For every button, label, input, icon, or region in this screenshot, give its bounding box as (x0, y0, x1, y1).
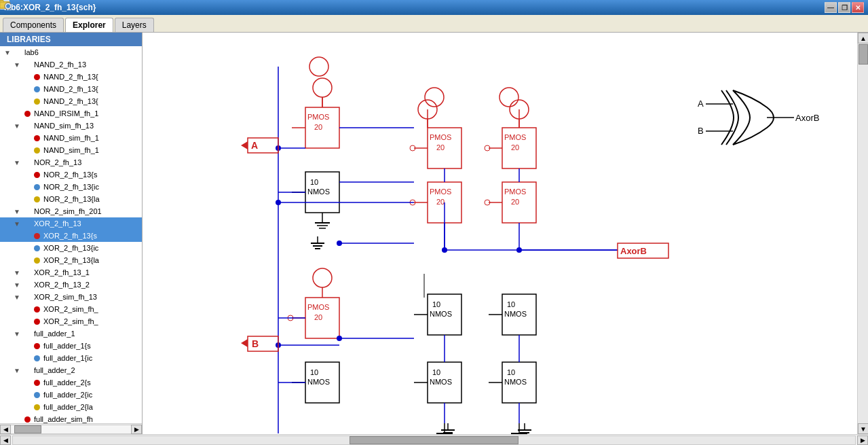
tree-label-nand_irsim: NAND_IRSIM_fh_1 (34, 109, 98, 118)
dot-blue-icon (34, 245, 40, 251)
tab-layers[interactable]: Layers (115, 18, 154, 32)
dot-yellow-icon (34, 196, 40, 202)
tree-item-nor2_fh13[interactable]: ▼ NOR_2_fh_13 (0, 156, 142, 168)
minimize-button[interactable]: — (825, 2, 837, 13)
svg-text:A: A (251, 140, 258, 151)
tree-label-xor2_fh13_la: XOR_2_fh_13{la (43, 256, 99, 264)
tree-icon-lab6 (12, 47, 23, 58)
tree-item-xor2_fh13_sch[interactable]: XOR_2_fh_13{s (0, 230, 142, 242)
dot-red-icon (34, 380, 40, 386)
tree-item-full_adder_sim[interactable]: full_adder_sim_fh (0, 413, 142, 423)
tree-item-nand_sim_2[interactable]: NAND_sim_fh_1 (0, 144, 142, 156)
tree-label-nor2_fh13: NOR_2_fh_13 (34, 158, 81, 166)
bottom-bar[interactable]: ◀ ▶ (0, 434, 868, 445)
tree-item-xor2_sim_2[interactable]: XOR_2_sim_fh_ (0, 315, 142, 327)
dot-blue-icon (34, 86, 40, 92)
tree-label-full_adder_2la: full_adder_2{la (43, 403, 93, 411)
tree-item-xor2_sim[interactable]: ▼ XOR_2_sim_fh_13 (0, 291, 142, 303)
tree-icon-xor2_fh13_sch (31, 230, 42, 241)
close-button[interactable]: ✕ (852, 2, 864, 13)
scroll-thumb[interactable] (858, 44, 868, 65)
tab-explorer[interactable]: Explorer (65, 18, 113, 32)
svg-text:PMOS: PMOS (307, 303, 329, 311)
svg-text:B: B (252, 338, 259, 349)
sidebar-header: LIBRARIES (0, 33, 142, 46)
tree-item-full_adder_1s[interactable]: full_adder_1{s (0, 340, 142, 352)
tree-item-nor2_fh13_3[interactable]: NOR_2_fh_13{la (0, 193, 142, 205)
tree-item-nand_irsim[interactable]: NAND_IRSIM_fh_1 (0, 107, 142, 120)
tree-icon-xor2_sim (22, 291, 33, 302)
tree-label-nand2_fh13_1: NAND_2_fh_13{ (43, 73, 98, 81)
scroll-up-button[interactable]: ▲ (858, 33, 868, 43)
svg-text:PMOS: PMOS (430, 133, 451, 141)
tree-icon-nand_sim_1 (31, 132, 42, 143)
right-scrollbar[interactable]: ▲ ▼ (857, 33, 868, 434)
tree-label-full_adder_1ic: full_adder_1{ic (43, 354, 92, 362)
bottom-scroll-thumb[interactable] (350, 436, 518, 444)
restore-button[interactable]: ❐ (838, 2, 850, 13)
svg-text:AxorB: AxorB (620, 246, 647, 256)
tree-label-nor2_fh13_1: NOR_2_fh_13{s (43, 171, 98, 179)
libraries-label: LIBRARIES (7, 35, 51, 44)
svg-rect-40 (143, 33, 854, 434)
tree-item-nand_sim[interactable]: ▼ NAND_sim_fh_13 (0, 120, 142, 132)
tree-icon-nor2_fh13_1 (31, 169, 42, 180)
tree-item-xor2_sim_1[interactable]: XOR_2_sim_fh_ (0, 303, 142, 315)
tree-item-full_adder_1[interactable]: ▼ full_adder_1 (0, 327, 142, 340)
tree-icon-xor2_fh13 (22, 218, 33, 229)
tree-item-full_adder_2la[interactable]: full_adder_2{la (0, 401, 142, 413)
bottom-scroll-track[interactable] (12, 435, 856, 445)
tree-label-xor2_fh13_2: XOR_2_fh_13_2 (34, 281, 90, 289)
tree-label-full_adder_1s: full_adder_1{s (43, 342, 91, 350)
tree-label-nand_sim_2: NAND_sim_fh_1 (43, 146, 99, 154)
tree-icon-full_adder_2 (22, 365, 33, 376)
tree-item-nand2_fh13_2[interactable]: NAND_2_fh_13{ (0, 83, 142, 95)
tree-item-nand2_fh13_3[interactable]: NAND_2_fh_13{ (0, 95, 142, 107)
tree-icon-xor2_sim_1 (31, 304, 42, 315)
tree-item-xor2_fh13_2[interactable]: ▼ XOR_2_fh_13_2 (0, 279, 142, 291)
tree-icon-nand_irsim (22, 108, 33, 119)
tree-item-xor2_fh13_1[interactable]: ▼ XOR_2_fh_13_1 (0, 266, 142, 279)
svg-point-141 (442, 247, 447, 253)
tree-item-full_adder_1ic[interactable]: full_adder_1{ic (0, 352, 142, 364)
tree-icon-full_adder_1ic (31, 353, 42, 363)
tree-item-xor2_fh13_ic[interactable]: XOR_2_fh_13{ic (0, 242, 142, 254)
dot-red-icon (34, 135, 40, 141)
svg-text:PMOS: PMOS (307, 113, 329, 121)
tree-area[interactable]: ▼ lab6▼ NAND_2_fh_13NAND_2_fh_13{NAND_2_… (0, 46, 142, 423)
tree-item-nor2_sim[interactable]: ▼ NOR_2_sim_fh_201 (0, 205, 142, 217)
tree-item-full_adder_2[interactable]: ▼ full_adder_2 (0, 364, 142, 376)
tree-item-nand2_fh13[interactable]: ▼ NAND_2_fh_13 (0, 58, 142, 71)
dot-red-icon (34, 306, 40, 313)
sidebar-scrollbar[interactable]: ◀ ▶ (0, 423, 142, 434)
tree-icon-full_adder_sim (22, 414, 33, 423)
tree-item-xor2_fh13_la[interactable]: XOR_2_fh_13{la (0, 254, 142, 266)
tree-item-nor2_fh13_1[interactable]: NOR_2_fh_13{s (0, 168, 142, 181)
tree-item-nor2_fh13_2[interactable]: NOR_2_fh_13{ic (0, 181, 142, 193)
svg-text:20: 20 (436, 198, 445, 206)
dot-yellow-icon (34, 257, 40, 264)
tab-components[interactable]: Components (3, 18, 64, 32)
tree-item-full_adder_2ic[interactable]: full_adder_2{ic (0, 389, 142, 401)
schema-area[interactable]: PMOS 20 PMOS 20 PMOS 20 (143, 33, 857, 434)
tree-item-xor2_fh13[interactable]: ▼ XOR_2_fh_13 (0, 217, 142, 230)
tree-item-nand2_fh13_1[interactable]: NAND_2_fh_13{ (0, 71, 142, 83)
app-container: lab6:XOR_2_fh_13{sch} — ❐ ✕ Components E… (0, 0, 868, 445)
tree-icon-nand_sim (22, 120, 33, 131)
title-text: lab6:XOR_2_fh_13{sch} (4, 3, 96, 12)
scroll-left-button[interactable]: ◀ (0, 435, 11, 445)
tree-label-nand_sim_1: NAND_sim_fh_1 (43, 134, 99, 142)
tree-item-nand_sim_1[interactable]: NAND_sim_fh_1 (0, 132, 142, 144)
tree-label-lab6: lab6 (24, 48, 39, 56)
tree-item-full_adder_2s[interactable]: full_adder_2{s (0, 376, 142, 389)
dot-red-icon (34, 319, 40, 325)
scroll-down-button[interactable]: ▼ (858, 423, 868, 434)
tree-item-lab6[interactable]: ▼ lab6 (0, 46, 142, 58)
tree-icon-xor2_fh13_1 (22, 267, 33, 278)
scroll-track[interactable] (858, 43, 868, 423)
svg-text:NMOS: NMOS (430, 310, 452, 318)
svg-text:PMOS: PMOS (430, 188, 451, 196)
dot-yellow-icon (34, 147, 40, 154)
scroll-right-button[interactable]: ▶ (857, 435, 868, 445)
svg-text:AxorB: AxorB (795, 113, 819, 123)
